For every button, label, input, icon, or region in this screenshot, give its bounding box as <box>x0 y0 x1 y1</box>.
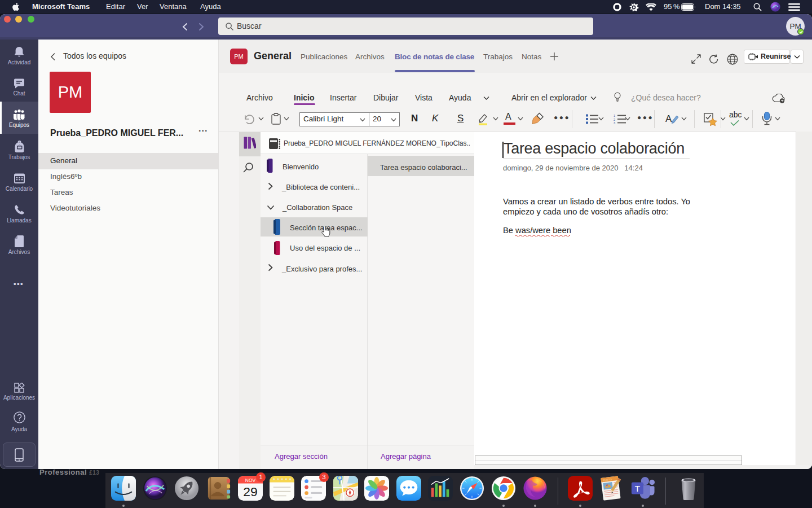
svg-text:2: 2 <box>614 118 615 121</box>
svg-text:T: T <box>635 484 640 493</box>
svg-text:NOV: NOV <box>245 478 256 483</box>
svg-text:29: 29 <box>243 484 258 499</box>
svg-text:3: 3 <box>614 121 615 124</box>
svg-text:A: A <box>665 113 672 124</box>
svg-text:1: 1 <box>614 114 615 117</box>
